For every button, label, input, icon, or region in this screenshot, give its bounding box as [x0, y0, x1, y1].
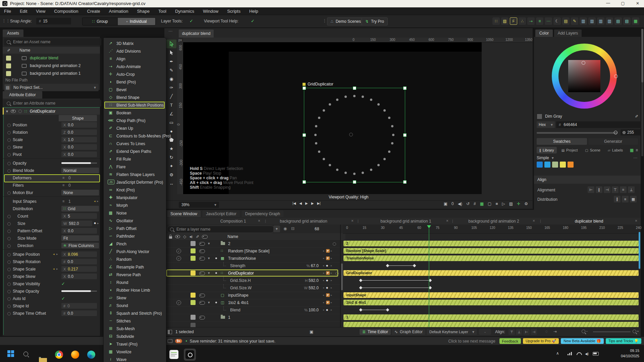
prev-frame-button[interactable]: ◀ [299, 201, 302, 205]
deformer-menu-item[interactable]: ▦Voxelize [104, 348, 166, 356]
attr-row-pivot[interactable]: PivotX0.0 [3, 151, 100, 158]
chevron-down-icon[interactable]: ▾ [208, 241, 210, 246]
attr-row-filters[interactable]: Filters≡0 [3, 182, 100, 189]
status-button-new[interactable]: New Beta Available 🎁 [561, 338, 603, 344]
keyframe-circle-icon[interactable] [7, 268, 11, 271]
tag-icon[interactable] [199, 294, 205, 297]
keyframe-layer-select[interactable]: Default Keyframe Layer ▾ [427, 329, 477, 335]
attr-row-rotation[interactable]: RotationZ0.0 [3, 129, 100, 136]
next-key-icon[interactable]: ▸ [331, 249, 332, 252]
attr-row-shape-visibility[interactable]: Shape Visibility✓ [3, 280, 100, 288]
columns-justify-icon[interactable]: ▥ [606, 17, 613, 25]
tag-icon[interactable] [199, 316, 205, 319]
deformer-menu-item[interactable]: ♬Sound [104, 302, 166, 310]
draw-board-icon[interactable]: ✎ [571, 17, 578, 25]
attr-value[interactable]: W 592.0 [288, 286, 319, 290]
layer-row[interactable]: ✓▾◫1to2 & 4to1◂P▸ [164, 299, 340, 307]
prev-key-icon[interactable]: ◂ [323, 257, 324, 260]
attr-value-field[interactable]: X8.096 [61, 251, 97, 257]
battery-icon[interactable] [593, 352, 599, 356]
timeline-row[interactable]: inputShape [343, 292, 641, 299]
keyframe-diamond[interactable] [386, 264, 389, 267]
color-swatch[interactable] [537, 162, 543, 168]
grid-view-icon[interactable]: ▦ [630, 148, 634, 153]
keyframe-circle-icon[interactable] [7, 146, 11, 149]
color-swatch[interactable] [552, 162, 558, 168]
deformer-menu-item[interactable]: ▣Boolean [104, 109, 166, 117]
messages-icon[interactable] [168, 339, 172, 343]
circle-icon[interactable] [335, 272, 339, 275]
tab-viewport[interactable]: duplicator blend [179, 29, 214, 38]
lock-icon[interactable] [169, 236, 172, 239]
attr-row-distribution[interactable]: Distribution∷Grid [3, 205, 100, 213]
solo-dot-icon[interactable] [215, 257, 217, 259]
keyframe-circle-icon[interactable] [7, 131, 11, 134]
attr-value-field[interactable]: #0 [61, 303, 97, 309]
layer-row[interactable]: ▾2 [164, 240, 340, 248]
keyframe-circle-icon[interactable] [7, 305, 11, 308]
keyframe-circle-icon[interactable] [7, 237, 11, 240]
align-button-5[interactable]: ⊥ [628, 186, 635, 193]
align-button-3[interactable]: ⊤ [612, 186, 619, 193]
chevron-down-icon[interactable]: ▾ [208, 256, 210, 260]
eyedropper-icon[interactable]: ✎ [195, 235, 200, 238]
timeline-row[interactable]: 1 [343, 314, 641, 321]
star-tool[interactable]: ★ [166, 144, 176, 153]
next-key-icon[interactable]: ▸ [331, 301, 332, 304]
attr-row-motion-blur[interactable]: Motion BlurNone [3, 189, 100, 196]
rows-top-icon[interactable]: ▤ [614, 17, 622, 25]
attr-value-field[interactable]: X1.0 [61, 137, 97, 142]
close-tab-icon[interactable]: × [258, 219, 260, 223]
attribute-search[interactable]: Enter an Attribute name [4, 100, 101, 107]
columns-right-icon[interactable]: ▥ [597, 17, 604, 25]
next-key-icon[interactable]: ▸ [331, 308, 332, 311]
attr-value-field[interactable]: X5 [61, 213, 97, 219]
current-frame-value[interactable]: 68 [315, 227, 319, 231]
tab-shape[interactable]: Shape [59, 115, 97, 121]
timeline-row[interactable]: 2 [343, 240, 641, 248]
kf-align-button-1[interactable]: ⊥ [516, 329, 522, 335]
tag-icon[interactable] [199, 272, 205, 275]
keyframe-circle-icon[interactable] [7, 275, 11, 279]
auto-layout-icon[interactable]: F [510, 17, 517, 25]
attr-select[interactable]: ∷Grid [61, 206, 99, 212]
tab-dependency-graph[interactable]: Dependency Graph [242, 210, 283, 217]
prev-key-icon[interactable]: ◂ [323, 249, 324, 252]
zoom-select[interactable]: 39% ▾ [179, 202, 219, 208]
p-badge[interactable]: P [326, 293, 330, 297]
comp-tab-0[interactable]: Composition 1 [220, 219, 246, 224]
keyframe-diamond[interactable] [359, 286, 363, 290]
menu-window[interactable]: Window [203, 9, 218, 14]
tag-icon[interactable] [202, 235, 208, 239]
deformer-menu-item[interactable]: ➤Travel (Pro) [104, 341, 166, 348]
align-button-1[interactable]: ∥ [596, 186, 602, 193]
canvas-out-area[interactable]: GridDuplicator Hold S Direct Layer Selec… [183, 42, 482, 194]
keyframe-circle-icon[interactable] [7, 153, 11, 157]
align-panel-header[interactable]: Align [534, 176, 641, 184]
timeline-row[interactable]: TransitionNoise [343, 255, 641, 262]
rows-bottom-icon[interactable]: ▤ [623, 17, 631, 25]
layer-scrollbar[interactable] [341, 263, 343, 290]
chart-icon[interactable] [568, 352, 572, 356]
key-diamond-icon[interactable]: ◆ [326, 308, 328, 311]
keyframe-circle-icon[interactable] [7, 162, 11, 165]
layer-color-swatch[interactable] [191, 248, 196, 253]
keyframe-diamond[interactable] [413, 264, 416, 267]
pen-tool[interactable]: ✒ [166, 57, 176, 66]
time-editor-button[interactable]: ≣ Time Editor [360, 329, 391, 335]
cavalry-app-icon-active[interactable] [184, 349, 196, 361]
viewport-settings-icon[interactable]: ⚙ [524, 201, 528, 206]
timeline-row[interactable] [343, 284, 641, 292]
deformer-menu-item[interactable]: ⇗Extend Open Paths [104, 148, 166, 156]
slider-fill[interactable] [61, 290, 91, 292]
assets-search[interactable]: Enter an Asset name [4, 38, 101, 46]
hue-selector[interactable] [614, 74, 618, 78]
align-button-2[interactable]: ⊣ [604, 186, 610, 193]
deformer-menu-item[interactable]: ∩Curves To Lines [104, 140, 166, 148]
layer-row[interactable]: 1 [164, 314, 340, 321]
deformer-menu-item[interactable]: ╱Push Along Vector [104, 248, 166, 256]
guides-icon[interactable]: ✛ [517, 201, 520, 206]
speaker-icon[interactable]: ◀) [189, 235, 193, 238]
menu-view[interactable]: View [36, 9, 45, 14]
attr-row-size[interactable]: SizeW592.0◆▸ [3, 220, 100, 227]
